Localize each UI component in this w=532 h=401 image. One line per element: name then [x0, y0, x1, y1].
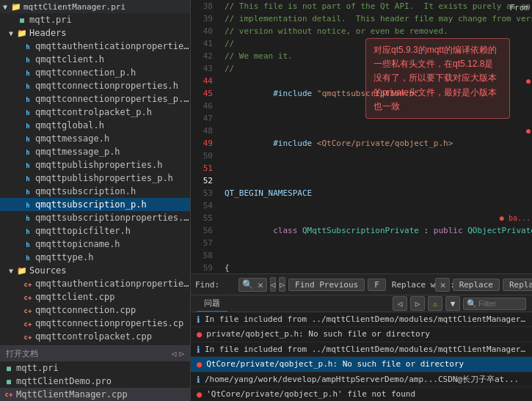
filter-warning-icon[interactable]: ⚠	[428, 296, 442, 311]
tree-item-cpp4[interactable]: c+ qmqttconnectionproperties.cp	[0, 317, 190, 330]
replace-button[interactable]: Replace	[453, 279, 500, 291]
tree-folder-sources[interactable]: ▼ 📁 Sources	[0, 264, 190, 277]
code-area: 38 39 40 41 42 43 44 45 46 47 48 49 50 5…	[191, 0, 532, 401]
tree-item-cpp5[interactable]: c+ qmqttcontrolpacket.cpp	[0, 330, 190, 343]
filter-dropdown-icon[interactable]: ▼	[445, 296, 460, 311]
error-marker: ● ba...	[500, 212, 531, 224]
find-previous-button[interactable]: Find Previous	[288, 279, 365, 291]
tree-item-h17[interactable]: h qmqtttype.h	[0, 251, 190, 264]
tree-item-label: qmqttconnection.cpp	[34, 305, 190, 315]
error-icon: ●	[197, 359, 202, 369]
filter-prev-icon[interactable]: ◁	[393, 296, 407, 311]
tree-item-label: qmqttconnectionproperties.cp	[34, 318, 190, 328]
sources-folder-icon: 📁	[16, 266, 28, 276]
open-files-label: 打开文档	[6, 348, 38, 359]
tree-item-h3[interactable]: h qmqttconnection_p.h	[0, 66, 190, 79]
code-content[interactable]: // This file is not part of the Qt API. …	[219, 0, 532, 273]
tree-item-h11[interactable]: h qmqttpublishproperties_p.h	[0, 172, 190, 185]
tree-item-h12[interactable]: h qmqttsubscription.h	[0, 185, 190, 198]
tree-item-label: qmqttpublishproperties_p.h	[34, 173, 190, 183]
open-file-mqttpri[interactable]: ■ mqtt.pri	[0, 361, 190, 375]
tree-folder-headers[interactable]: ▼ 📁 Headers	[0, 26, 190, 40]
tree-item-h6[interactable]: h qmqttcontrolpacket_p.h	[0, 106, 190, 119]
annotation-text: 对应qt5.9.3的mqtt的编译依赖的一些私有头文件，在qt5.12.8是没有…	[374, 45, 497, 111]
code-line: QT_BEGIN_NAMESPACE	[225, 187, 532, 199]
cpp-file-icon: c+	[22, 293, 34, 302]
tree-item-h10[interactable]: h qmqttpublishproperties.h	[0, 158, 190, 172]
tree-item-cpp3[interactable]: c+ qmqttconnection.cpp	[0, 303, 190, 317]
problem-item[interactable]: ℹ /home/yang/work/develop/ampHttpServerD…	[191, 372, 532, 387]
find-next-button[interactable]: ▷	[279, 277, 285, 292]
h-file-icon: h	[22, 240, 34, 249]
h-file-icon: h	[22, 42, 34, 51]
h-file-icon: h	[22, 134, 34, 144]
problem-item[interactable]: ● 'QtCore/private/qobject_p.h' file not …	[191, 387, 532, 401]
tree-item-label: qmqttglobal.h	[34, 120, 190, 130]
h-file-icon: h	[22, 95, 34, 104]
problems-tab[interactable]: 问题	[197, 295, 227, 312]
tree-item-cpp2[interactable]: c+ qmqttclient.cpp	[0, 290, 190, 303]
tree-item-h13-selected[interactable]: h qmqttsubscription_p.h	[0, 198, 190, 211]
tree-item-h8[interactable]: h qmqttmessage.h	[0, 132, 190, 145]
from-label: From	[510, 1, 530, 14]
find-next-text-button[interactable]: F	[368, 279, 386, 291]
tree-item-h5[interactable]: h qmqttconnectionproperties_p...	[0, 92, 190, 106]
tree-item-label: qmqttcontrolpacket.cpp	[34, 331, 190, 342]
cpp-icon: c+	[3, 391, 15, 398]
filter-next-icon[interactable]: ▷	[410, 296, 425, 311]
tree-item-h15[interactable]: h qmqtttopicfilter.h	[0, 224, 190, 238]
tree-item-label: qmqttauthenticationproperties...	[34, 41, 190, 51]
cpp-file-icon: c+	[22, 319, 34, 328]
headers-folder-icon: 📁	[16, 29, 28, 38]
info-icon: ℹ	[197, 375, 200, 385]
tree-item-cpp1[interactable]: c+ qmqttauthenticationproperties.c	[0, 277, 190, 290]
replace-input-wrapper: ✕	[435, 278, 450, 292]
filter-input[interactable]	[478, 299, 522, 308]
tree-item-label: qmqttmessage_p.h	[34, 147, 190, 157]
problem-item-selected[interactable]: ● QtCore/private/qobject_p.h: No such fi…	[191, 357, 532, 372]
search-icon: 🔍	[242, 279, 253, 290]
tree-item-mqttpri[interactable]: ■ mqtt.pri	[0, 13, 190, 26]
open-files-next-icon[interactable]: ▷	[179, 349, 184, 358]
find-label: Find:	[195, 280, 236, 290]
tree-root-item[interactable]: ▼ 📁 mqttClientManager.pri	[0, 0, 190, 13]
tree-item-h7[interactable]: h qmqttglobal.h	[0, 119, 190, 132]
tree-item-h1[interactable]: h qmqttauthenticationproperties...	[0, 40, 190, 53]
find-prev-button[interactable]: ◁	[270, 277, 277, 292]
find-input-wrapper: 🔍 ✕	[238, 278, 267, 292]
tree-item-label: qmqttclient.cpp	[34, 292, 190, 302]
open-file-label: MqttClientManager.cpp	[15, 389, 128, 400]
info-icon: ℹ	[197, 345, 200, 355]
problems-panel: 问题 ◁ ▷ ⚠ ▼ 🔍 ℹ In file included	[191, 295, 532, 401]
tree-item-label: qmqttauthenticationproperties.c	[34, 279, 190, 289]
problem-item[interactable]: ℹ In file included from ../mqttClientDem…	[191, 342, 532, 357]
replace-all-button[interactable]: Replac...	[503, 279, 532, 291]
tree-item-label: qmqttpublishproperties.h	[34, 160, 190, 170]
replace-clear-icon[interactable]: ✕	[440, 279, 446, 290]
h-file-icon: h	[22, 68, 34, 78]
error-icon: ●	[197, 329, 202, 339]
tree-item-h16[interactable]: h qmqtttopicname.h	[0, 238, 190, 251]
cpp-file-icon: c+	[22, 306, 34, 315]
tree-item-label: mqtt.pri	[28, 15, 190, 25]
code-line: class QMqttSubscriptionPrivate : public …	[225, 212, 532, 262]
open-file-label: mqtt.pri	[15, 363, 59, 373]
h-file-icon: h	[22, 161, 34, 170]
tree-root-label: mqttClientManager.pri	[22, 2, 190, 12]
problem-item[interactable]: ℹ In file included from ../mqttClientDem…	[191, 312, 532, 327]
find-clear-icon[interactable]: ✕	[258, 279, 263, 290]
line-numbers: 38 39 40 41 42 43 44 45 46 47 48 49 50 5…	[191, 0, 219, 273]
code-line: // This file is not part of the Qt API. …	[225, 0, 532, 12]
tree-item-label: qmqtttype.h	[34, 252, 190, 262]
tree-item-h9[interactable]: h qmqttmessage_p.h	[0, 145, 190, 158]
tree-item-h2[interactable]: h qmqttclient.h	[0, 53, 190, 66]
problem-item[interactable]: ● private/qobject_p.h: No such file or d…	[191, 327, 532, 342]
tree-item-label: qmqttmessage.h	[34, 133, 190, 144]
tree-item-h4[interactable]: h qmqttconnectionproperties.h	[0, 79, 190, 92]
open-file-demo[interactable]: ■ mqttClientDemo.pro	[0, 375, 190, 388]
problem-text: 'QtCore/private/qobject_p.h' file not fo…	[206, 389, 526, 400]
open-file-manager[interactable]: c+ MqttClientManager.cpp	[0, 388, 190, 401]
open-files-header: 打开文档 ◁ ▷	[0, 346, 190, 361]
open-files-prev-icon[interactable]: ◁	[172, 349, 177, 358]
tree-item-h14[interactable]: h qmqttsubscriptionproperties...	[0, 211, 190, 224]
